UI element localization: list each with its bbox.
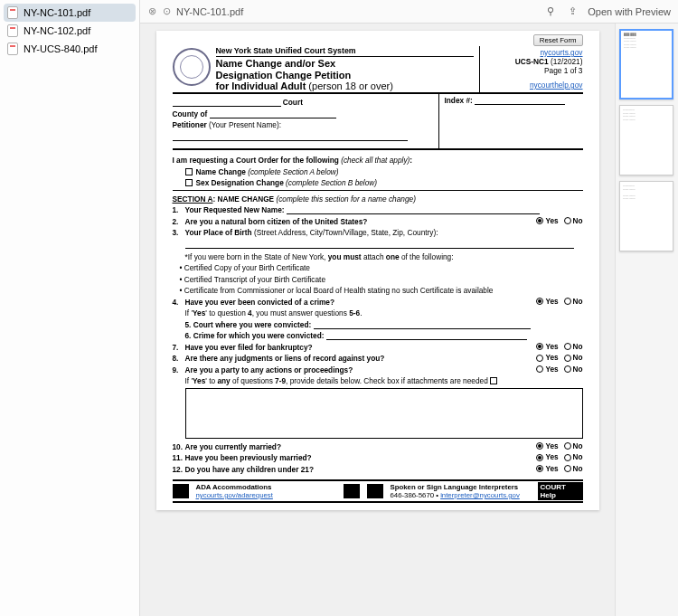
search-icon[interactable]: ⚲ [544, 5, 557, 18]
nycourthelp-link[interactable]: nycourthelp.gov [530, 81, 583, 90]
q8-no[interactable]: No [564, 354, 583, 362]
sign-language-icon [367, 484, 383, 498]
q9-no[interactable]: No [564, 365, 583, 374]
q12-no[interactable]: No [564, 465, 583, 473]
state-seal-icon [173, 48, 211, 86]
page-footer: ADA Accommodationsnycourts.gov/adareques… [173, 479, 583, 503]
attachments-checkbox[interactable] [490, 377, 497, 384]
details-textarea[interactable] [185, 388, 583, 439]
pdf-icon [7, 6, 18, 19]
header-right: nycourts.gov UCS-NC1 (12/2021) Page 1 of… [479, 46, 583, 92]
q7-yes[interactable]: Yes [536, 343, 558, 351]
q11-no[interactable]: No [564, 453, 583, 461]
q2-no[interactable]: No [564, 217, 583, 225]
q2-yes[interactable]: Yes [536, 217, 558, 225]
court-system-name: New York State Unified Court System [216, 46, 474, 57]
thumbnail-strip: ███ ███───────── ────── ────── ─── ─────… [615, 24, 678, 616]
share-icon[interactable]: ⇪ [566, 5, 579, 18]
pdf-icon [7, 43, 18, 55]
thumbnail-page-2[interactable]: ───────── ────── ────── ─── [619, 105, 673, 175]
nycourts-link[interactable]: nycourts.gov [540, 48, 582, 57]
file-name: NY-NC-101.pdf [24, 7, 90, 18]
ada-link[interactable]: nycourts.gov/adarequest [196, 491, 273, 499]
interpreter-icon [344, 484, 360, 498]
main-pane: ⊗ ⊙ NY-NC-101.pdf ⚲ ⇪ Open with Preview … [140, 0, 678, 616]
q12-yes[interactable]: Yes [536, 465, 558, 473]
pdf-icon [7, 24, 18, 37]
file-item-0[interactable]: NY-NC-101.pdf [4, 4, 136, 22]
q10-no[interactable]: No [564, 442, 583, 450]
thumbnail-page-3[interactable]: ───────── ────── ────── ─── [619, 181, 673, 251]
toolbar: ⊗ ⊙ NY-NC-101.pdf ⚲ ⇪ Open with Preview [140, 0, 678, 24]
file-sidebar: NY-NC-101.pdf NY-NC-102.pdf NY-UCS-840.p… [0, 0, 140, 616]
q8-yes[interactable]: Yes [536, 354, 558, 362]
file-name: NY-UCS-840.pdf [24, 43, 98, 54]
file-item-2[interactable]: NY-UCS-840.pdf [0, 40, 139, 58]
q9-yes[interactable]: Yes [536, 365, 558, 374]
checkbox-name-change[interactable] [185, 168, 193, 175]
pdf-page-1: Reset Form New York State Unified Court … [156, 31, 599, 510]
back-icon[interactable]: ⊙ [162, 7, 171, 16]
doc-title: NY-NC-101.pdf [176, 6, 243, 17]
q4-yes[interactable]: Yes [536, 298, 558, 306]
q4-no[interactable]: No [564, 298, 583, 306]
document-viewport[interactable]: Reset Form New York State Unified Court … [140, 24, 615, 616]
open-with-button[interactable]: Open with Preview [588, 6, 671, 17]
close-icon[interactable]: ⊗ [147, 7, 156, 16]
q10-yes[interactable]: Yes [536, 442, 558, 450]
reset-form-button[interactable]: Reset Form [533, 34, 583, 46]
thumbnail-page-1[interactable]: ███ ███───────── ────── ────── ─── [619, 29, 673, 100]
form-title: Name Change and/or Sex Designation Chang… [216, 58, 474, 92]
ada-icon [173, 484, 189, 498]
file-name: NY-NC-102.pdf [24, 25, 90, 36]
file-item-1[interactable]: NY-NC-102.pdf [0, 22, 139, 40]
courthelp-icon: COURT Help [538, 484, 583, 498]
q11-yes[interactable]: Yes [536, 453, 558, 461]
q7-no[interactable]: No [564, 343, 583, 351]
interpreter-link[interactable]: interpreter@nycourts.gov [440, 491, 520, 499]
checkbox-sex-change[interactable] [185, 179, 193, 186]
